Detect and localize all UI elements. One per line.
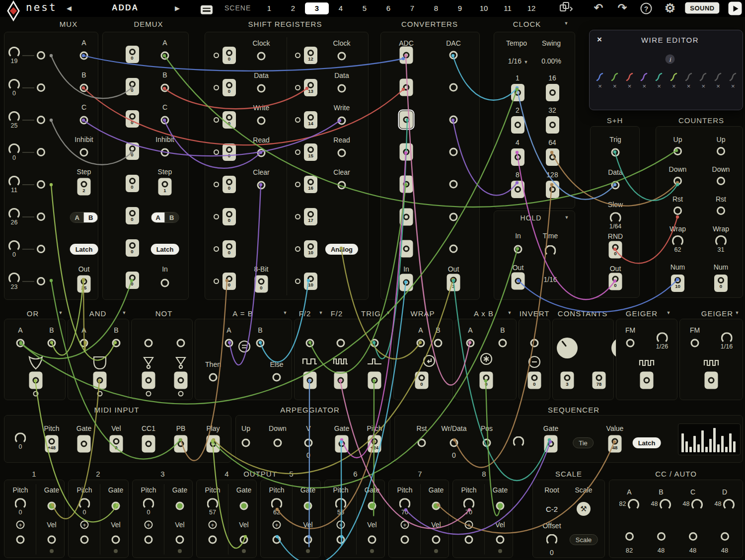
f2a-in-port[interactable] bbox=[306, 339, 314, 348]
channel-pitch-knob[interactable]: 0 bbox=[143, 498, 154, 516]
channel-gate-port[interactable] bbox=[240, 502, 248, 510]
geiger2-rate-knob[interactable]: 1/16 bbox=[721, 332, 733, 350]
cc-port[interactable] bbox=[721, 532, 729, 541]
scene-button[interactable]: 11 bbox=[496, 2, 520, 14]
aeqb-dropdown-icon[interactable]: ▼ bbox=[283, 310, 288, 315]
sh-slew-knob[interactable]: 1/64 bbox=[609, 212, 621, 230]
channel-gate-port[interactable] bbox=[304, 502, 312, 510]
info-icon[interactable]: i bbox=[666, 55, 675, 64]
counter-wrap-knob[interactable]: 62 bbox=[672, 235, 683, 253]
trig-in-port[interactable] bbox=[371, 339, 379, 348]
adc-bit-port[interactable] bbox=[400, 176, 413, 193]
sr-bit-input-port[interactable] bbox=[295, 149, 300, 155]
demux-c-port[interactable] bbox=[161, 116, 169, 125]
remove-wire-color-icon[interactable]: × bbox=[716, 83, 720, 89]
sr-bit-port[interactable]: 15 bbox=[304, 143, 317, 161]
adc-bit-port-selected[interactable] bbox=[400, 111, 413, 129]
toggle-b[interactable]: B bbox=[165, 212, 178, 222]
undo-icon[interactable]: ↶ bbox=[594, 1, 603, 14]
wire-color-slot[interactable]: × bbox=[640, 72, 649, 89]
channel-cv-port[interactable] bbox=[16, 536, 25, 544]
trig-out-port[interactable] bbox=[368, 372, 381, 389]
sr-bit-port[interactable]: 0 bbox=[223, 208, 236, 225]
seq-knob[interactable] bbox=[513, 436, 524, 448]
channel-cv-port[interactable] bbox=[80, 536, 89, 544]
clock-division-port[interactable] bbox=[546, 181, 559, 198]
sr2-clock-port[interactable] bbox=[338, 52, 346, 61]
cc-knob[interactable]: 48 bbox=[715, 499, 735, 510]
sr-bit-port[interactable]: 14 bbox=[304, 111, 317, 129]
counter-num-port[interactable]: 10 bbox=[671, 275, 684, 292]
toggle-b[interactable]: B bbox=[84, 212, 97, 222]
wire-color-slot[interactable]: × bbox=[610, 72, 619, 89]
channel-pitch-knob[interactable]: 70 bbox=[399, 498, 411, 516]
geiger2-dropdown-icon[interactable]: ▼ bbox=[735, 310, 740, 315]
demux-out-port[interactable]: 0 bbox=[126, 78, 139, 95]
remove-wire-color-icon[interactable]: × bbox=[672, 83, 676, 89]
help-icon[interactable]: ? bbox=[641, 3, 652, 14]
remove-wire-color-icon[interactable]: × bbox=[731, 83, 735, 89]
cc-knob[interactable]: 48 bbox=[651, 499, 671, 510]
adc-bit-port[interactable] bbox=[400, 209, 413, 226]
mux-input-port[interactable] bbox=[37, 212, 45, 221]
hold-in-port[interactable] bbox=[514, 245, 522, 254]
midi-vel-port[interactable]: 0 bbox=[110, 435, 123, 453]
channel-cv-port[interactable] bbox=[465, 536, 473, 544]
f2a-out-port[interactable] bbox=[303, 372, 317, 389]
counter-up-port[interactable] bbox=[673, 147, 682, 155]
sr2-write-port[interactable] bbox=[338, 117, 346, 125]
not1-out-port[interactable] bbox=[142, 372, 155, 389]
sr-bit-port[interactable]: 0 bbox=[223, 47, 236, 64]
channel-pitch-knob[interactable]: 62 bbox=[271, 498, 283, 516]
aeqb-a-port[interactable] bbox=[225, 339, 233, 348]
remove-wire-color-icon[interactable]: × bbox=[657, 83, 661, 89]
axb-dropdown-icon[interactable]: ▼ bbox=[508, 310, 512, 315]
sr1-data-port[interactable] bbox=[257, 84, 266, 93]
mux-input-port[interactable] bbox=[37, 83, 45, 92]
scale-tools-icon[interactable]: ⚒ bbox=[577, 502, 591, 516]
geiger2-fm-port[interactable] bbox=[691, 339, 699, 348]
demux-out-port[interactable]: 0 bbox=[126, 239, 139, 257]
demux-out-port[interactable]: 0 bbox=[126, 175, 139, 192]
sr-bit-input-port[interactable] bbox=[214, 53, 219, 58]
mux-step-port[interactable]: 2 bbox=[77, 178, 91, 196]
midi-pb-port[interactable] bbox=[174, 435, 188, 453]
not2-aux-port[interactable] bbox=[178, 391, 184, 397]
channel-gate-port[interactable] bbox=[48, 502, 56, 510]
constant1-knob[interactable] bbox=[557, 338, 578, 358]
scene-button[interactable]: 1 bbox=[257, 2, 281, 14]
channel-vel-port[interactable] bbox=[368, 536, 376, 544]
wire-color-slot[interactable]: × bbox=[699, 72, 708, 89]
transpose-plus-port[interactable]: + bbox=[80, 521, 89, 529]
sr-bit-input-port[interactable] bbox=[214, 246, 219, 252]
channel-cv-port[interactable] bbox=[273, 536, 281, 544]
mux-attenuator-knob[interactable]: 11 bbox=[8, 176, 20, 194]
adc-bit-port[interactable] bbox=[400, 47, 413, 64]
sh-trig-port[interactable] bbox=[611, 148, 620, 157]
and-aux-port[interactable] bbox=[97, 391, 103, 397]
dac-bit-port[interactable] bbox=[449, 213, 458, 221]
geiger1-rate-knob[interactable]: 1/26 bbox=[656, 332, 668, 350]
counter-rst-port[interactable] bbox=[717, 207, 725, 215]
tempo-dropdown[interactable]: 1/16 ▼ bbox=[508, 57, 528, 66]
arp-v-port[interactable] bbox=[304, 439, 313, 447]
not1-aux-port[interactable] bbox=[146, 391, 151, 397]
remove-wire-color-icon[interactable]: × bbox=[628, 83, 632, 89]
mux-a-port[interactable] bbox=[80, 52, 88, 60]
close-icon[interactable]: × bbox=[597, 35, 602, 45]
scene-button[interactable]: 5 bbox=[353, 2, 376, 14]
mux-attenuator-knob[interactable]: 0 bbox=[8, 143, 20, 161]
sr2-read-port[interactable] bbox=[338, 149, 346, 157]
mux-ab-toggle[interactable]: AB bbox=[70, 212, 98, 223]
wire-color-slot[interactable]: × bbox=[729, 72, 738, 89]
channel-pitch-knob[interactable]: 0 bbox=[79, 498, 90, 516]
wrap-out-port[interactable]: 0 bbox=[415, 372, 429, 389]
sh-data-port[interactable] bbox=[611, 181, 620, 190]
demux-b-port[interactable] bbox=[161, 84, 169, 92]
sr-bit-input-port[interactable] bbox=[295, 214, 300, 219]
channel-pitch-knob[interactable]: 70 bbox=[463, 498, 475, 516]
sr-bit-input-port[interactable] bbox=[295, 246, 300, 252]
axb-b-port[interactable] bbox=[499, 339, 507, 348]
sound-button[interactable]: SOUND bbox=[685, 2, 719, 14]
sr1-read-port[interactable] bbox=[257, 149, 266, 157]
